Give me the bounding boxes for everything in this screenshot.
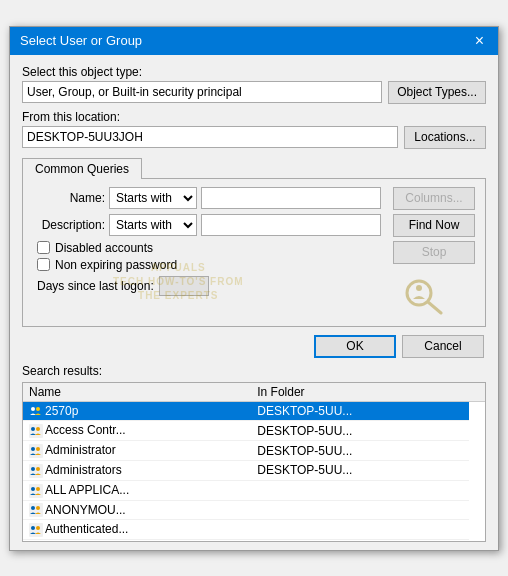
select-user-group-dialog: Select User or Group × Select this objec… <box>9 26 499 551</box>
name-starts-with-select[interactable]: Starts with <box>109 187 197 209</box>
find-now-button[interactable]: Find Now <box>393 214 475 237</box>
cancel-button[interactable]: Cancel <box>402 335 484 358</box>
svg-rect-3 <box>29 404 43 418</box>
table-row[interactable]: Authenticated... <box>23 520 485 540</box>
results-table-container[interactable]: Name In Folder 2570pDESKTOP-5UU... Acces… <box>22 382 486 542</box>
name-label: Name: <box>33 191 105 205</box>
table-row[interactable]: AdministratorDESKTOP-5UU... <box>23 441 485 461</box>
location-input[interactable] <box>22 126 398 148</box>
tab-content: Name: Starts with Description: Starts wi… <box>22 178 486 327</box>
disabled-accounts-label: Disabled accounts <box>55 241 153 255</box>
days-label: Days since last logon: <box>37 279 154 293</box>
results-table: Name In Folder 2570pDESKTOP-5UU... Acces… <box>23 383 485 542</box>
svg-rect-21 <box>29 523 43 537</box>
tab-row: Common Queries <box>22 157 486 178</box>
user-group-icon <box>29 503 43 517</box>
search-results-label: Search results: <box>22 364 486 378</box>
row-name: 2570p <box>45 404 78 418</box>
svg-point-10 <box>31 447 35 451</box>
columns-button[interactable]: Columns... <box>393 187 475 210</box>
user-group-icon <box>29 484 43 498</box>
description-row: Description: Starts with <box>33 214 381 236</box>
user-group-icon <box>29 523 43 537</box>
svg-point-16 <box>31 487 35 491</box>
user-group-icon <box>29 424 43 438</box>
svg-point-8 <box>36 427 40 431</box>
svg-point-7 <box>31 427 35 431</box>
object-type-row: Select this object type: Object Types... <box>22 65 486 104</box>
row-folder <box>251 480 469 500</box>
desc-starts-with-select[interactable]: Starts with <box>109 214 197 236</box>
query-main: Name: Starts with Description: Starts wi… <box>33 187 475 316</box>
location-label: From this location: <box>22 110 486 124</box>
query-left: Name: Starts with Description: Starts wi… <box>33 187 381 316</box>
svg-rect-15 <box>29 484 43 498</box>
description-label: Description: <box>33 218 105 232</box>
search-results-section: Search results: Name In Folder 2570pDESK… <box>22 364 486 542</box>
row-folder <box>251 500 469 520</box>
ok-button[interactable]: OK <box>314 335 396 358</box>
table-row[interactable]: Access Contr...DESKTOP-5UU... <box>23 421 485 441</box>
non-expiring-checkbox[interactable] <box>37 258 50 271</box>
svg-point-13 <box>31 467 35 471</box>
svg-rect-18 <box>29 503 43 517</box>
object-types-button[interactable]: Object Types... <box>388 81 486 104</box>
row-folder: DESKTOP-5UU... <box>251 421 469 441</box>
row-name: Authenticated... <box>45 522 128 536</box>
locations-button[interactable]: Locations... <box>404 126 486 149</box>
svg-point-19 <box>31 506 35 510</box>
row-folder <box>251 540 469 542</box>
location-row: From this location: Locations... <box>22 110 486 149</box>
row-name: Access Contr... <box>45 423 126 437</box>
tab-common-queries[interactable]: Common Queries <box>22 158 142 179</box>
row-folder: DESKTOP-5UU... <box>251 460 469 480</box>
object-type-label: Select this object type: <box>22 65 486 79</box>
svg-point-11 <box>36 447 40 451</box>
row-name: ANONYMOU... <box>45 503 126 517</box>
title-bar: Select User or Group × <box>10 27 498 55</box>
dialog-body: Select this object type: Object Types...… <box>10 55 498 550</box>
disabled-accounts-row: Disabled accounts <box>33 241 381 255</box>
non-expiring-label: Non expiring password <box>55 258 177 272</box>
col-folder-header: In Folder <box>251 383 469 402</box>
user-group-icon <box>29 404 43 418</box>
svg-line-1 <box>428 302 441 313</box>
name-row: Name: Starts with <box>33 187 381 209</box>
svg-point-5 <box>36 407 40 411</box>
svg-point-4 <box>31 407 35 411</box>
user-group-icon <box>29 464 43 478</box>
row-folder: DESKTOP-5UU... <box>251 401 469 421</box>
table-row[interactable]: Authenticatio... <box>23 540 485 542</box>
svg-point-17 <box>36 487 40 491</box>
ok-cancel-row: OK Cancel <box>22 335 486 358</box>
object-type-input[interactable] <box>22 81 382 103</box>
svg-point-22 <box>31 526 35 530</box>
name-input[interactable] <box>201 187 381 209</box>
svg-point-23 <box>36 526 40 530</box>
right-buttons: Columns... Find Now Stop <box>393 187 475 316</box>
search-icon <box>399 277 447 315</box>
dialog-title: Select User or Group <box>20 33 142 48</box>
svg-rect-6 <box>29 424 43 438</box>
table-row[interactable]: ANONYMOU... <box>23 500 485 520</box>
description-input[interactable] <box>201 214 381 236</box>
days-row: Days since last logon: <box>33 276 381 296</box>
row-folder <box>251 520 469 540</box>
days-input[interactable] <box>159 276 209 296</box>
svg-rect-9 <box>29 444 43 458</box>
table-row[interactable]: ALL APPLICA... <box>23 480 485 500</box>
table-row[interactable]: 2570pDESKTOP-5UU... <box>23 401 485 421</box>
disabled-accounts-checkbox[interactable] <box>37 241 50 254</box>
table-row[interactable]: AdministratorsDESKTOP-5UU... <box>23 460 485 480</box>
close-button[interactable]: × <box>471 33 488 49</box>
row-name: Administrator <box>45 443 116 457</box>
stop-button[interactable]: Stop <box>393 241 475 264</box>
row-name: Administrators <box>45 463 122 477</box>
svg-rect-12 <box>29 464 43 478</box>
svg-point-2 <box>416 285 422 291</box>
row-folder: DESKTOP-5UU... <box>251 441 469 461</box>
svg-point-20 <box>36 506 40 510</box>
row-name: ALL APPLICA... <box>45 483 129 497</box>
non-expiring-row: Non expiring password <box>33 258 381 272</box>
col-name-header: Name <box>23 383 251 402</box>
